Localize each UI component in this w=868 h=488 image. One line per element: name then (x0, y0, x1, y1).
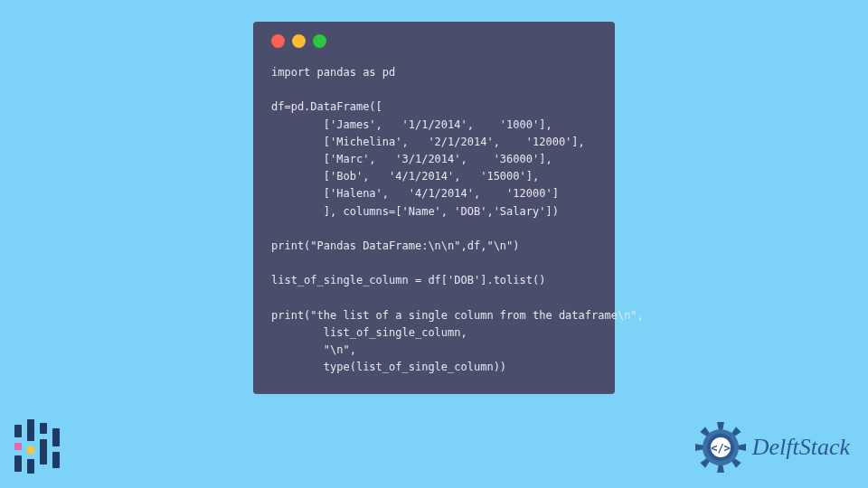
gear-icon: </> (694, 421, 747, 474)
minimize-icon[interactable] (292, 34, 306, 48)
left-logo-icon (14, 419, 60, 474)
code-block: import pandas as pd df=pd.DataFrame([ ['… (271, 64, 597, 376)
close-icon[interactable] (271, 34, 285, 48)
maximize-icon[interactable] (313, 34, 326, 48)
brand-logo: </> DelftStack (694, 421, 850, 474)
brand-name: DelftStack (752, 434, 850, 461)
code-window: import pandas as pd df=pd.DataFrame([ ['… (253, 22, 615, 394)
window-controls (271, 34, 597, 48)
svg-text:</>: </> (711, 442, 731, 455)
